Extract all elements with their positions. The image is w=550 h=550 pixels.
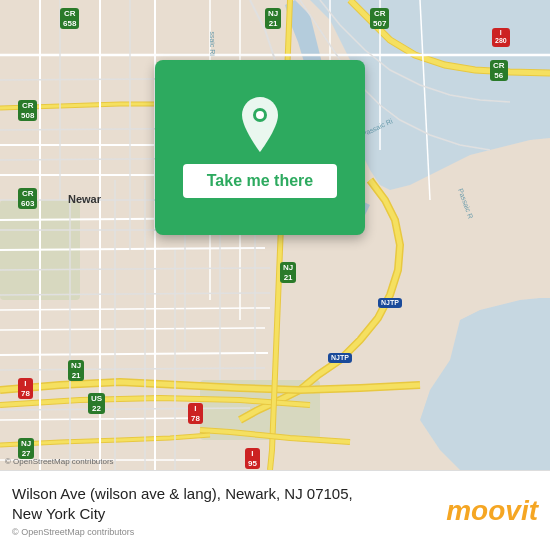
- bottom-bar: Wilson Ave (wilson ave & lang), Newark, …: [0, 470, 550, 550]
- location-pin-icon: [236, 97, 284, 152]
- shield-njtp2: NJTP: [328, 353, 352, 363]
- shield-nj21-mid: NJ21: [280, 262, 296, 283]
- shield-i78-mid: I78: [188, 403, 203, 424]
- shield-nj21-top: NJ21: [265, 8, 281, 29]
- moovit-logo-text: moovit: [446, 495, 538, 527]
- osm-credit: © OpenStreetMap contributors: [12, 527, 434, 537]
- shield-cr56: CR56: [490, 60, 508, 81]
- take-me-there-button[interactable]: Take me there: [183, 164, 337, 198]
- cta-popup: Take me there: [155, 60, 365, 235]
- location-city: New York City: [12, 504, 434, 524]
- shield-i280: I280: [492, 28, 510, 47]
- shield-i78-left: I78: [18, 378, 33, 399]
- svg-point-41: [256, 111, 264, 119]
- shield-cr603: CR603: [18, 188, 37, 209]
- shield-cr508: CR508: [18, 100, 37, 121]
- shield-njtp1: NJTP: [378, 298, 402, 308]
- shield-nj21-bot: NJ21: [68, 360, 84, 381]
- shield-cr507: CR507: [370, 8, 389, 29]
- shield-nj27: NJ27: [18, 438, 34, 459]
- shield-i95: I95: [245, 448, 260, 469]
- location-name: Wilson Ave (wilson ave & lang), Newark, …: [12, 484, 434, 504]
- newark-label: Newark: [68, 193, 107, 205]
- map-container: © OpenStreetMap contributors CR658 NJ21 …: [0, 0, 550, 470]
- shield-cr658: CR658: [60, 8, 79, 29]
- moovit-logo: moovit: [446, 495, 538, 527]
- shield-us22: US22: [88, 393, 105, 414]
- location-info: Wilson Ave (wilson ave & lang), Newark, …: [12, 484, 434, 537]
